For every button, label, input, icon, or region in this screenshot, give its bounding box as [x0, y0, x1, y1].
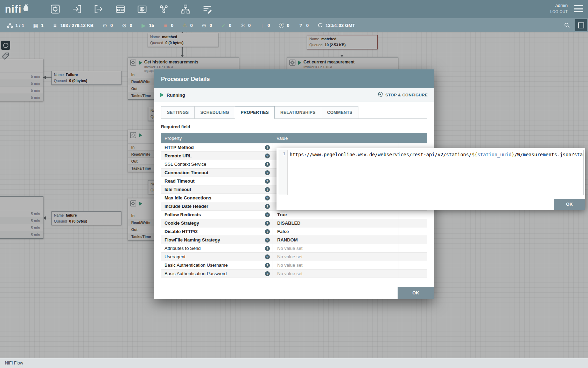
property-name: Disable HTTP/2 — [164, 229, 198, 234]
processor-icon[interactable] — [50, 4, 61, 15]
funnel-icon[interactable] — [158, 4, 169, 15]
transmitting-icon: ⊙ — [102, 22, 108, 28]
editor-ok-button[interactable]: OK — [554, 199, 585, 210]
cluster-icon — [7, 22, 13, 28]
input-port-icon[interactable] — [71, 4, 83, 15]
help-icon[interactable]: ? — [265, 170, 270, 175]
help-icon[interactable]: ? — [265, 196, 270, 200]
property-name: Connection Timeout — [164, 170, 208, 175]
current-user: admin — [550, 2, 568, 9]
property-name: Read Timeout — [164, 178, 195, 184]
help-icon[interactable]: ? — [265, 221, 270, 226]
help-icon[interactable]: ? — [265, 187, 270, 192]
stat-active-threads: ▦1 — [33, 22, 43, 28]
property-row: Useragent?No value set — [161, 253, 427, 261]
global-menu-button[interactable] — [574, 5, 583, 12]
stop-and-configure-button[interactable]: STOP & CONFIGURE — [377, 91, 428, 99]
tab-relationships[interactable]: RELATIONSHIPS — [274, 106, 321, 119]
el-variable-token: station_uuid — [477, 152, 512, 157]
logo-text: nifi — [5, 4, 22, 14]
refresh-icon[interactable] — [317, 22, 323, 28]
help-icon[interactable]: ? — [265, 254, 270, 259]
template-icon[interactable] — [180, 4, 191, 15]
settings-button[interactable] — [575, 19, 587, 31]
property-value: No value set — [273, 261, 399, 269]
stat-up-to-date: ✓0 — [220, 22, 231, 28]
property-name: Cookie Strategy — [164, 220, 199, 226]
property-row: Disable HTTP/2?False — [161, 227, 427, 236]
property-value: No value set — [273, 253, 399, 261]
locally-modified-icon: ∗ — [240, 22, 246, 28]
user-area: admin LOG OUT — [550, 2, 568, 14]
label-icon[interactable] — [202, 4, 213, 15]
help-icon[interactable]: ? — [265, 246, 270, 251]
ok-button[interactable]: OK — [398, 287, 434, 299]
value-editor-input[interactable]: 1 https://www.pegelonline.wsv.de/webserv… — [278, 150, 584, 195]
locally-modified-stale-icon: ! — [279, 22, 285, 28]
running-icon: ▶ — [141, 22, 147, 28]
property-row: Follow Redirects?True — [161, 211, 427, 219]
help-icon[interactable]: ? — [265, 204, 270, 209]
property-row: Attributes to Send?No value set — [161, 244, 427, 253]
help-icon[interactable]: ? — [265, 145, 270, 150]
help-icon[interactable]: ? — [265, 271, 270, 276]
stat-last-refresh[interactable]: 13:51:03 GMT — [317, 22, 355, 28]
property-value: False — [273, 227, 399, 236]
url-text: https://www.pegelonline.wsv.de/webservic… — [290, 152, 472, 157]
property-name: HTTP Method — [164, 145, 194, 150]
property-name: Remote URL — [164, 153, 192, 158]
process-group-icon[interactable] — [115, 4, 126, 15]
help-icon[interactable]: ? — [265, 263, 270, 268]
stat-sync-failure: ?0 — [298, 22, 309, 28]
search-button[interactable] — [562, 20, 572, 30]
stop-configure-icon — [377, 91, 383, 99]
nifi-logo: nifi — [5, 4, 29, 14]
logout-link[interactable]: LOG OUT — [550, 9, 568, 14]
breadcrumb[interactable]: NiFi Flow — [5, 361, 23, 366]
tab-properties[interactable]: PROPERTIES — [235, 106, 275, 119]
tab-comments[interactable]: COMMENTS — [321, 106, 358, 119]
property-name: Basic Authentication Password — [164, 271, 227, 276]
property-row: Basic Authentication Username?No value s… — [161, 261, 427, 270]
settings-square-icon — [578, 22, 584, 28]
stat-stopped: ■0 — [162, 22, 173, 28]
stat-running: ▶15 — [141, 22, 154, 28]
output-port-icon[interactable] — [93, 4, 104, 15]
stat-stale: ↑0 — [259, 22, 270, 28]
editor-code-line[interactable]: https://www.pegelonline.wsv.de/webservic… — [288, 150, 583, 195]
property-value: No value set — [273, 244, 399, 252]
property-row: Basic Authentication Password?No value s… — [161, 270, 427, 278]
invalid-icon: ⚠ — [182, 22, 188, 28]
tab-scheduling[interactable]: SCHEDULING — [194, 106, 235, 119]
help-icon[interactable]: ? — [265, 179, 270, 184]
help-icon[interactable]: ? — [265, 212, 270, 217]
help-icon[interactable]: ? — [265, 238, 270, 243]
stat-locally-modified-stale: !0 — [279, 22, 289, 28]
el-close-token: } — [512, 152, 514, 157]
dialog-header: Processor Details — [154, 69, 434, 88]
stale-icon: ↑ — [259, 22, 265, 28]
property-value-editor: 1 https://www.pegelonline.wsv.de/webserv… — [276, 148, 585, 210]
property-name: SSL Context Service — [164, 162, 206, 167]
help-icon[interactable]: ? — [265, 162, 270, 167]
stat-disabled: ⊝0 — [201, 22, 212, 28]
queued-icon: ≡ — [52, 22, 58, 28]
value-column-header: Value — [273, 136, 399, 141]
running-icon — [160, 93, 164, 97]
property-row: FlowFile Naming Strategy?RANDOM — [161, 236, 427, 244]
property-name: Follow Redirects — [164, 212, 201, 217]
stat-connected-nodes: 1 / 1 — [7, 22, 24, 28]
breadcrumb-bar: NiFi Flow — [0, 358, 588, 368]
property-name: Basic Authentication Username — [164, 263, 228, 268]
remote-process-group-icon[interactable] — [136, 4, 148, 15]
dialog-tabs: SETTINGS SCHEDULING PROPERTIES RELATIONS… — [161, 106, 427, 119]
tab-settings[interactable]: SETTINGS — [161, 106, 195, 119]
dialog-status-row: Running STOP & CONFIGURE — [154, 88, 434, 102]
flow-status-bar: 1 / 1 ▦1 ≡193 / 279.12 KB ⊙0 ⊘0 ▶15 ■0 ⚠… — [0, 18, 588, 32]
up-to-date-icon: ✓ — [220, 22, 226, 28]
help-icon[interactable]: ? — [265, 154, 270, 158]
help-icon[interactable]: ? — [265, 229, 270, 234]
stat-not-transmitting: ⊘0 — [121, 22, 132, 28]
drop-icon — [22, 4, 29, 13]
component-toolbar — [50, 4, 213, 15]
